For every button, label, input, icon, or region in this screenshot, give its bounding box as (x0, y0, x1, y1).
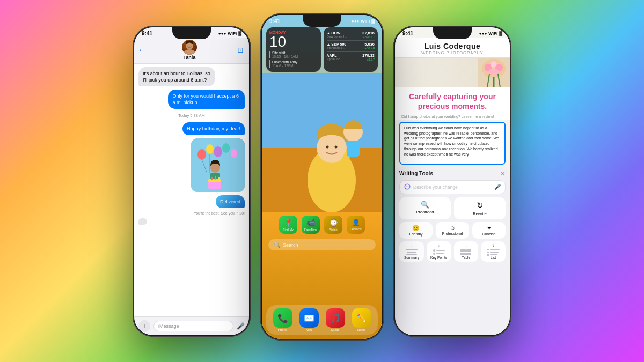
list-icon: ↓ (485, 243, 501, 255)
summary-icon: ↓ (404, 243, 420, 255)
wifi-icon-3: WiFi (488, 31, 497, 36)
message-2: Only for you would I accept a 6 a.m. pic… (168, 90, 245, 109)
svg-point-5 (197, 149, 206, 160)
time-3: 9:41 (402, 31, 413, 36)
calendar-date: 10 (269, 34, 318, 49)
tone-row: 🙂 Friendly ☺ Professional ✦ Concise (399, 222, 506, 239)
table-label: Table (462, 256, 471, 260)
close-button[interactable]: ✕ (500, 170, 506, 178)
battery-icon: ▓ (238, 31, 241, 36)
app-grid: 📍 Find My 📹 FaceTime ⌚ Watch 👤 Contacts (262, 212, 382, 237)
avatar-image (182, 40, 197, 55)
dock-music[interactable]: 🎵 Music (326, 308, 345, 331)
proofread-label: Proofread (416, 210, 434, 215)
svg-point-26 (335, 146, 338, 149)
photographer-header: Luis Coderque Wedding Photography (395, 38, 510, 58)
stocks-widget[interactable]: ▲ DOW Dow Jones I... 37,816 +570.17 ▲ S&… (324, 27, 378, 72)
wifi-icon-2: WiFi (361, 19, 370, 24)
table-button[interactable]: ↓ Table (454, 241, 479, 262)
calendar-event-2: Lunch with Andy 11AM - 12PM (269, 60, 318, 68)
writing-tools-panel: Writing Tools ✕ (395, 167, 510, 335)
key-points-button[interactable]: ↓ Key Points (427, 241, 451, 262)
notch-3 (433, 27, 472, 39)
svg-point-1 (184, 49, 195, 55)
home-screen-photo (262, 73, 382, 212)
review-prompt: Did I snap photos at your wedding? Leave… (395, 113, 510, 120)
search-text: Search (283, 242, 298, 248)
messages-body: It's about an hour to Bolinas, so I'll p… (134, 64, 249, 228)
app-dock: 📞 Phone ✉️ Mail 🎵 Music (266, 305, 378, 335)
svg-rect-16 (211, 177, 213, 180)
list-button[interactable]: ↓ List (481, 241, 506, 262)
message-delivered: You're the best. See you in 20! (138, 211, 245, 215)
dock-mail[interactable]: ✉️ Mail (299, 308, 319, 331)
facetime-icon[interactable]: 📹 FaceTime (302, 216, 320, 234)
table-icon: ↓ (458, 243, 474, 255)
svg-point-32 (488, 69, 494, 75)
search-icon: 🔍 (274, 242, 280, 248)
chevron-left-icon: ‹ (140, 47, 142, 53)
home-screen-bg: 9:41 ●●● WiFi ▓ MONDAY 10 Site visit 10:… (262, 15, 382, 339)
key-points-icon: ↓ (431, 243, 447, 255)
battery-icon-3: ▓ (499, 31, 502, 36)
message-5 (138, 218, 147, 225)
find-my-icon[interactable]: 📍 Find My (279, 216, 297, 234)
summary-label: Summary (404, 256, 419, 260)
format-row: ↓ Summary ↓ (399, 241, 506, 262)
phone-writing-screen: 9:41 ●●● WiFi ▓ Luis Coderque Wedding Ph… (395, 27, 510, 335)
contact-info[interactable]: Tania (182, 40, 197, 60)
concise-label: Concise (482, 232, 495, 236)
concise-button[interactable]: ✦ Concise (472, 222, 506, 239)
writing-tools-title: Writing Tools (399, 171, 433, 176)
svg-point-3 (187, 42, 192, 47)
proofread-button[interactable]: 🔍 Proofread (399, 197, 451, 219)
main-tools-row: 🔍 Proofread ↻ Rewrite (399, 197, 506, 219)
notch-2 (303, 15, 341, 27)
describe-change-input[interactable]: Describe your change 🎤 (399, 180, 506, 194)
dock-notes[interactable]: ✏️ Notes (352, 308, 371, 331)
contacts-icon[interactable]: 👤 Contacts (347, 216, 365, 234)
signal-icon-3: ●●● (479, 31, 487, 36)
concise-icon: ✦ (487, 225, 492, 232)
contact-name: Tania (183, 55, 195, 60)
contact-avatar (182, 40, 197, 55)
svg-point-8 (222, 143, 230, 153)
rewrite-button[interactable]: ↻ Rewrite (454, 197, 506, 219)
summary-button[interactable]: ↓ Summary (399, 241, 424, 262)
message-input[interactable]: iMessage (153, 321, 233, 331)
notch-1 (172, 27, 211, 39)
message-3: Happy birthday, my dear! (182, 122, 245, 135)
add-attachment-button[interactable]: + (138, 320, 150, 332)
svg-point-9 (231, 149, 237, 158)
video-call-icon[interactable]: ⊡ (237, 46, 244, 54)
search-bar[interactable]: 🔍 Search (268, 239, 376, 250)
time-1: 9:41 (142, 31, 152, 36)
dock-phone[interactable]: 📞 Phone (273, 308, 292, 331)
message-4: Delivered (216, 195, 245, 208)
svg-point-33 (494, 69, 499, 75)
svg-point-12 (210, 163, 220, 173)
professional-button[interactable]: ☺ Professional (436, 222, 469, 239)
professional-icon: ☺ (449, 225, 455, 231)
friendly-button[interactable]: 🙂 Friendly (399, 222, 433, 239)
headline-section: Carefully capturing your precious moment… (395, 87, 510, 113)
messages-input-bar[interactable]: + iMessage 🎤 (134, 316, 249, 335)
phone-messages-screen: 9:41 ●●● WiFi ▓ ‹ (134, 27, 249, 335)
photographer-name: Luis Coderque (401, 42, 503, 50)
review-text-area[interactable]: Luis was everything we could have hoped … (399, 122, 506, 165)
svg-point-6 (206, 144, 214, 154)
calendar-widget[interactable]: MONDAY 10 Site visit 10:15 - 10:45AM Lun… (266, 27, 321, 72)
hero-flowers (478, 58, 510, 87)
balloon-background (191, 138, 245, 192)
watch-icon[interactable]: ⌚ Watch (324, 216, 342, 234)
status-icons-3: ●●● WiFi ▓ (479, 31, 502, 36)
back-button[interactable]: ‹ (140, 47, 142, 53)
mic-icon[interactable]: 🎤 (494, 184, 501, 190)
professional-label: Professional (442, 232, 463, 235)
widget-row: MONDAY 10 Site visit 10:15 - 10:45AM Lun… (262, 26, 382, 73)
signal-icon-2: ●●● (352, 19, 360, 24)
stock-aapl: AAPL Apple Inc. 170.33 +3.17 (327, 53, 375, 61)
rewrite-icon: ↻ (477, 201, 484, 210)
microphone-icon[interactable]: 🎤 (237, 322, 245, 330)
phone-home: 9:41 ●●● WiFi ▓ MONDAY 10 Site visit 10:… (260, 13, 384, 341)
